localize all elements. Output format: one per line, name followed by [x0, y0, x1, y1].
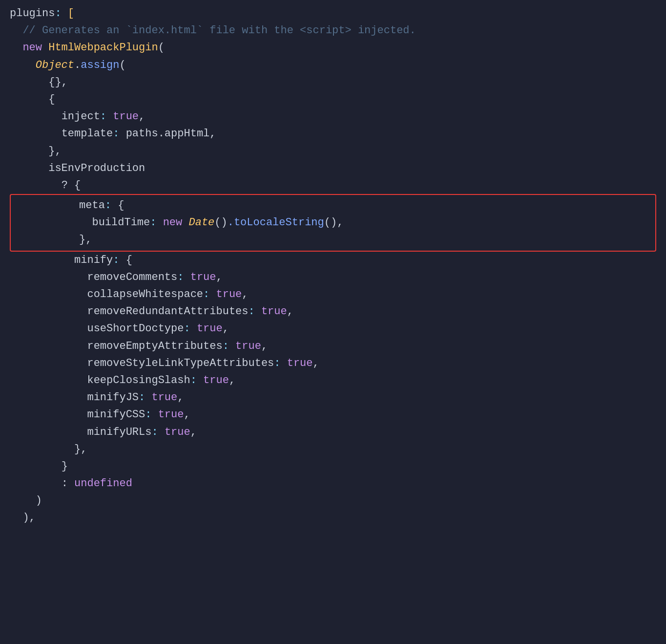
- token: [10, 160, 48, 177]
- token: :: [113, 125, 125, 142]
- token: ,: [184, 406, 190, 423]
- token: [10, 57, 36, 74]
- highlighted-code-block: meta: { buildTime: new Date().toLocaleSt…: [10, 194, 656, 252]
- token: :: [62, 475, 74, 492]
- token: (): [214, 214, 227, 231]
- token: :: [100, 108, 113, 125]
- token: buildTime: [92, 214, 150, 231]
- token: [10, 303, 87, 320]
- token: ,: [261, 338, 268, 355]
- code-line: buildTime: new Date().toLocaleString(),: [11, 214, 655, 231]
- token: minify: [74, 252, 113, 269]
- token: (),: [324, 214, 344, 231]
- token: [10, 286, 87, 303]
- code-editor: plugins: [ // Generates an `index.html` …: [0, 0, 666, 532]
- token: [10, 475, 62, 492]
- token: assign: [81, 57, 119, 74]
- code-line: template: paths.appHtml,: [0, 125, 666, 142]
- token: },: [74, 441, 87, 458]
- token: keepClosingSlash: [87, 372, 190, 389]
- token: {: [118, 197, 124, 214]
- token: plugins: [10, 5, 55, 22]
- token: ,: [313, 355, 319, 372]
- token: new: [163, 214, 189, 231]
- code-line: ? {: [0, 177, 666, 194]
- token: true: [190, 269, 216, 286]
- token: meta: [79, 197, 105, 214]
- token: :: [105, 197, 118, 214]
- code-line: minifyJS: true,: [0, 389, 666, 406]
- token: [10, 389, 87, 406]
- token: {: [48, 91, 55, 108]
- code-line: plugins: [: [0, 5, 666, 22]
- token: true: [158, 406, 184, 423]
- token: ,: [287, 303, 293, 320]
- code-line: meta: {: [11, 197, 655, 214]
- token: :: [223, 338, 235, 355]
- code-line: ): [0, 492, 666, 509]
- token: [10, 125, 62, 142]
- token: :: [190, 372, 203, 389]
- token: (: [158, 39, 165, 56]
- token: [10, 320, 87, 337]
- token: [10, 509, 22, 526]
- token: inject: [62, 108, 100, 125]
- token: :: [203, 286, 216, 303]
- token: ? {: [62, 177, 81, 194]
- token: ,: [242, 286, 248, 303]
- token: :: [151, 424, 164, 441]
- token: [10, 74, 48, 91]
- code-line: ),: [0, 509, 666, 526]
- token: ),: [22, 509, 35, 526]
- code-line: removeComments: true,: [0, 269, 666, 286]
- token: :: [184, 320, 196, 337]
- token: [10, 372, 87, 389]
- token: isEnvProduction: [48, 160, 145, 177]
- token: ,: [177, 389, 184, 406]
- code-line: : undefined: [0, 475, 666, 492]
- token: HtmlWebpackPlugin: [48, 39, 158, 56]
- code-line: new HtmlWebpackPlugin(: [0, 39, 666, 56]
- code-line: },: [0, 441, 666, 458]
- token: [10, 458, 62, 475]
- token: true: [113, 108, 139, 125]
- code-line: }: [0, 458, 666, 475]
- token: ,: [139, 108, 145, 125]
- token: [10, 441, 74, 458]
- token: // Generates an `index.html` file with t…: [10, 22, 416, 39]
- code-line: },: [11, 231, 655, 248]
- token: ): [36, 492, 42, 509]
- code-line: removeEmptyAttributes: true,: [0, 338, 666, 355]
- token: {: [126, 252, 132, 269]
- token: ,: [223, 320, 229, 337]
- code-line: minifyURLs: true,: [0, 424, 666, 441]
- code-line: {: [0, 91, 666, 108]
- token: removeStyleLinkTypeAttributes: [87, 355, 274, 372]
- token: [10, 108, 62, 125]
- token: [10, 269, 87, 286]
- code-line: isEnvProduction: [0, 160, 666, 177]
- token: :: [145, 406, 158, 423]
- token: collapseWhitespace: [87, 286, 203, 303]
- token: [10, 338, 87, 355]
- token: true: [287, 355, 313, 372]
- token: [10, 406, 87, 423]
- code-line: keepClosingSlash: true,: [0, 372, 666, 389]
- code-line: inject: true,: [0, 108, 666, 125]
- code-line: collapseWhitespace: true,: [0, 286, 666, 303]
- code-line: },: [0, 143, 666, 160]
- token: .: [74, 57, 81, 74]
- token: [: [68, 5, 74, 22]
- token: },: [79, 231, 92, 248]
- token: ,: [229, 372, 235, 389]
- token: Object: [36, 57, 74, 74]
- token: [10, 177, 62, 194]
- code-line: minifyCSS: true,: [0, 406, 666, 423]
- token: }: [62, 458, 68, 475]
- token: [10, 252, 74, 269]
- token: .toLocaleString: [228, 214, 324, 231]
- token: [15, 197, 79, 214]
- code-line: {},: [0, 74, 666, 91]
- token: [15, 214, 92, 231]
- token: true: [261, 303, 287, 320]
